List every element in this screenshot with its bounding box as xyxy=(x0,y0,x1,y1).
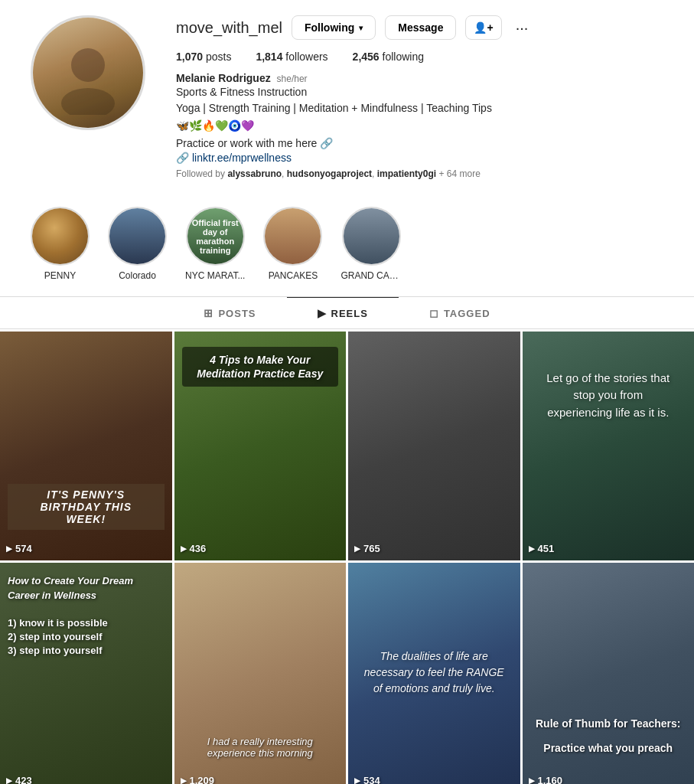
play-icon: ▶ xyxy=(529,776,535,784)
reel-overlay-1: ▶ 574 xyxy=(0,537,172,560)
play-icon: ▶ xyxy=(529,544,535,553)
grid-icon: ⊞ xyxy=(204,307,213,319)
chevron-down-icon: ▾ xyxy=(359,24,363,32)
link-icon: 🔗 xyxy=(176,152,189,164)
play-icon: ▶ xyxy=(6,776,12,784)
reel-caption-8: Rule of Thumb for Teachers:Practice what… xyxy=(529,717,689,754)
reel-caption-7: The dualities of life are necessary to f… xyxy=(362,648,507,697)
username: move_with_mel xyxy=(176,19,282,37)
story-item-penny[interactable]: PENNY xyxy=(31,207,90,281)
reel-overlay-4: ▶ 451 xyxy=(523,537,695,560)
story-circle xyxy=(342,207,401,266)
reel-item-2[interactable]: 4 Tips to Make Your Meditation Practice … xyxy=(174,332,347,560)
tagged-icon: ◻ xyxy=(429,307,439,319)
add-person-icon: 👤+ xyxy=(474,21,493,34)
story-item-canyon[interactable]: GRAND CAN... xyxy=(340,207,402,281)
play-icon: ▶ xyxy=(354,776,360,784)
reel-overlay-7: ▶ 534 xyxy=(348,769,520,784)
bio-text: Yoga | Strength Training | Meditation + … xyxy=(176,100,663,152)
username-row: move_with_mel Following ▾ Message 👤+ ··· xyxy=(176,15,663,40)
following-button[interactable]: Following ▾ xyxy=(292,15,376,40)
play-count-1: ▶ 574 xyxy=(6,543,166,554)
reel-item-7[interactable]: The dualities of life are necessary to f… xyxy=(348,563,520,784)
play-icon: ▶ xyxy=(181,544,187,553)
reel-item-5[interactable]: How to Create Your Dream Career in Welln… xyxy=(0,563,172,784)
more-options-button[interactable]: ··· xyxy=(511,16,533,40)
play-count-6: ▶ 1,209 xyxy=(181,775,340,784)
add-person-button[interactable]: 👤+ xyxy=(465,15,501,40)
following-stat[interactable]: 2,456 following xyxy=(353,51,424,63)
display-name: Melanie Rodriguez she/her xyxy=(176,72,663,84)
bio-link[interactable]: 🔗 linktr.ee/mprwellness xyxy=(176,152,663,164)
play-icon: ▶ xyxy=(6,544,12,553)
tabs-row: ⊞ POSTS ▶ REELS ◻ TAGGED xyxy=(0,297,694,329)
svg-point-1 xyxy=(61,88,115,115)
story-item-pancakes[interactable]: PANCAKES xyxy=(263,207,322,281)
avatar xyxy=(31,15,145,130)
follower-link[interactable]: impatienty0gi xyxy=(377,168,436,179)
follower-link[interactable]: alyssabruno xyxy=(227,168,282,179)
reel-overlay-2: ▶ 436 xyxy=(174,537,347,560)
reel-overlay-8: ▶ 1,160 xyxy=(523,769,695,784)
play-count-4: ▶ 451 xyxy=(529,543,689,554)
play-icon: ▶ xyxy=(354,544,360,553)
play-count-3: ▶ 765 xyxy=(354,543,514,554)
reel-caption-1: IT'S PENNY'SBIRTHDAY THISWEEK! xyxy=(8,484,165,530)
profile-top: move_with_mel Following ▾ Message 👤+ ···… xyxy=(31,15,663,179)
story-circle xyxy=(263,207,322,266)
story-label: GRAND CAN... xyxy=(340,270,402,281)
reel-overlay-6: ▶ 1,209 xyxy=(174,769,347,784)
reel-caption-2: 4 Tips to Make Your Meditation Practice … xyxy=(182,347,339,387)
reel-item-4[interactable]: Let go of the stories that stop you from… xyxy=(523,332,695,560)
tab-reels[interactable]: ▶ REELS xyxy=(287,297,399,328)
followed-by: Followed by alyssabruno, hudsonyogaproje… xyxy=(176,168,663,179)
story-label: Colorado xyxy=(119,270,156,281)
story-circle xyxy=(31,207,90,266)
reel-overlay-3: ▶ 765 xyxy=(348,537,520,560)
reel-caption-4: Let go of the stories that stop you from… xyxy=(539,369,677,421)
bio-category: Sports & Fitness Instruction xyxy=(176,86,663,98)
play-count-7: ▶ 534 xyxy=(354,775,514,784)
reel-caption-5: How to Create Your Dream Career in Welln… xyxy=(8,574,165,658)
reel-item-6[interactable]: I had a really interesting experience th… xyxy=(174,563,347,784)
message-button[interactable]: Message xyxy=(385,15,456,40)
reels-grid: IT'S PENNY'SBIRTHDAY THISWEEK! ▶ 574 4 T… xyxy=(0,329,694,784)
stories-section: PENNY Colorado Official first day of mar… xyxy=(0,191,694,289)
story-circle: Official first day of marathon training xyxy=(186,207,245,266)
svg-point-0 xyxy=(71,48,105,82)
story-item-nyc[interactable]: Official first day of marathon training … xyxy=(185,207,245,281)
play-count-2: ▶ 436 xyxy=(181,543,340,554)
story-item-colorado[interactable]: Colorado xyxy=(108,207,167,281)
reel-overlay-5: ▶ 423 xyxy=(0,769,172,784)
story-circle xyxy=(108,207,167,266)
follower-link[interactable]: hudsonyogaproject xyxy=(287,168,372,179)
story-label: NYC MARAT... xyxy=(185,270,245,281)
reel-item-1[interactable]: IT'S PENNY'SBIRTHDAY THISWEEK! ▶ 574 xyxy=(0,332,172,560)
followers-stat[interactable]: 1,814 followers xyxy=(256,51,327,63)
reels-icon: ▶ xyxy=(318,307,327,319)
play-count-5: ▶ 423 xyxy=(6,775,166,784)
play-count-8: ▶ 1,160 xyxy=(529,775,689,784)
tab-tagged[interactable]: ◻ TAGGED xyxy=(399,297,521,328)
profile-info: move_with_mel Following ▾ Message 👤+ ···… xyxy=(176,15,663,179)
profile-section: move_with_mel Following ▾ Message 👤+ ···… xyxy=(0,0,694,191)
play-icon: ▶ xyxy=(181,776,187,784)
story-label: PANCAKES xyxy=(269,270,318,281)
story-label: PENNY xyxy=(44,270,76,281)
tab-posts[interactable]: ⊞ POSTS xyxy=(173,297,286,328)
reel-item-8[interactable]: Rule of Thumb for Teachers:Practice what… xyxy=(523,563,695,784)
reel-caption-6: I had a really interesting experience th… xyxy=(182,736,339,759)
posts-stat: 1,070 posts xyxy=(176,51,231,63)
reel-item-3[interactable]: ▶ 765 xyxy=(348,332,520,560)
stats-row: 1,070 posts 1,814 followers 2,456 follow… xyxy=(176,51,663,63)
